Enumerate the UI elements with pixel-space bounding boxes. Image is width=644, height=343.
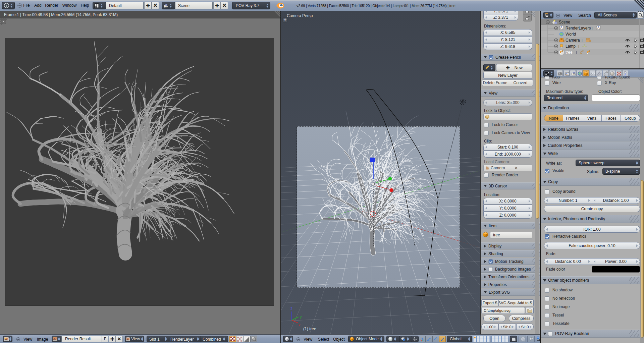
svg-text:Scene: Scene [559, 20, 570, 24]
svg-text:y: y [300, 315, 302, 319]
svg-text:Camera: Camera [566, 38, 580, 43]
svg-text:x: x [299, 323, 301, 327]
svg-text:|: | [592, 26, 593, 30]
svg-text:RenderLayers: RenderLayers [566, 26, 591, 31]
svg-text:|: | [578, 44, 579, 48]
svg-text:tree: tree [566, 50, 573, 55]
svg-text:z: z [290, 306, 292, 310]
svg-text:|: | [582, 38, 583, 42]
svg-text:|: | [576, 50, 577, 54]
svg-text:World: World [566, 32, 576, 37]
svg-text:Lamp: Lamp [566, 44, 576, 49]
svg-text:i: i [6, 4, 7, 8]
